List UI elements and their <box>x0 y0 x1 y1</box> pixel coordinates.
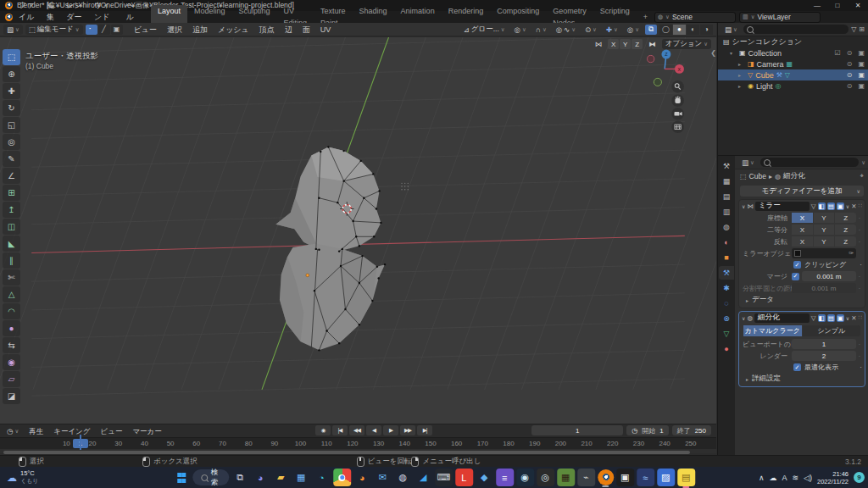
show-viewport-toggle[interactable]: ▤ <box>827 314 835 322</box>
tool-knife[interactable]: ✄ <box>3 269 20 286</box>
properties-search-input[interactable] <box>760 158 859 167</box>
tool-shrink-fatten[interactable]: ◉ <box>3 354 20 370</box>
viewport-menu-item[interactable]: UV <box>315 24 337 36</box>
edge[interactable]: ◔ <box>313 469 331 486</box>
render-visibility-icon[interactable]: ▣ <box>858 60 865 68</box>
record-button[interactable]: ◉ <box>315 425 331 435</box>
axis-toggle[interactable]: Z <box>835 213 856 223</box>
photos[interactable]: ▨ <box>657 469 675 486</box>
tab-constraints[interactable]: ⊗ <box>719 312 734 325</box>
timeline-menu-item[interactable]: マーカー <box>127 425 166 437</box>
tab-world[interactable]: ◐ <box>719 236 734 249</box>
camera-row[interactable]: ▸ ◨ Camera ▦ ⊙ ▣ <box>718 58 868 69</box>
subdivision-type-button[interactable]: カトマルクラーク <box>743 325 802 336</box>
edge-select[interactable]: ╱ <box>98 25 110 35</box>
timeline-editor-type-button[interactable]: ◷ ∨ <box>3 426 22 436</box>
tool-cursor[interactable]: ⊕ <box>3 66 20 82</box>
mesh-cube-object[interactable] <box>275 146 386 351</box>
tab-tool[interactable]: ⚒ <box>719 159 734 173</box>
mirror-axis-button[interactable]: Y <box>620 39 631 49</box>
editor-type-button[interactable]: ▧ ∨ <box>3 25 23 35</box>
axis-toggle[interactable]: X <box>792 213 813 223</box>
chrome[interactable] <box>333 469 351 486</box>
exclude-checkbox[interactable]: ☑ <box>835 49 841 57</box>
viewlayer-selector[interactable]: ▥ ∨ ViewLayer <box>739 12 821 23</box>
weather-widget[interactable]: ☁ 15°C くもり <box>7 469 39 485</box>
shading-wireframe-button[interactable]: ◯ <box>659 25 672 35</box>
steam[interactable]: ◉ <box>516 469 534 486</box>
vscode[interactable]: ◢ <box>415 469 432 486</box>
play-button[interactable]: ▶ <box>383 425 398 435</box>
hide-eye-icon[interactable]: ⊙ <box>847 82 853 90</box>
shading-solid-button[interactable]: ● <box>673 25 686 35</box>
timeline-scrollbar[interactable] <box>3 451 690 454</box>
tool-poly-build[interactable]: △ <box>3 286 20 302</box>
render-visibility-icon[interactable]: ▣ <box>858 82 865 90</box>
minimize-button[interactable]: — <box>807 0 827 11</box>
outliner-display-mode-button[interactable]: ▤ ∨ <box>721 25 741 35</box>
show-viewport-toggle[interactable]: ▤ <box>827 202 835 210</box>
tool-move[interactable]: ✚ <box>3 83 20 99</box>
onedrive[interactable]: ☁ <box>770 474 777 482</box>
purple-app[interactable]: ≡ <box>496 469 514 486</box>
vertex-group-filter-icon[interactable]: ▽ <box>811 202 816 210</box>
show-edit-mode-toggle[interactable]: ◧ <box>818 314 826 322</box>
tool-rotate[interactable]: ↻ <box>3 100 20 116</box>
modifier-name-field[interactable]: ミラー <box>755 202 810 211</box>
add-workspace-button[interactable]: + <box>637 11 654 23</box>
navigation-gizmo[interactable]: Z X <box>648 50 684 86</box>
overlays-dropdown[interactable]: ◎ ∨ <box>624 25 643 35</box>
jump-to-start-button[interactable]: |◀ <box>332 425 348 435</box>
axis-toggle[interactable]: Y <box>814 213 835 223</box>
vertex-select[interactable]: ⠂ <box>86 25 97 35</box>
current-frame-field[interactable]: 1 <box>531 425 623 435</box>
viewport-menu-item[interactable]: ビュー <box>129 24 162 36</box>
show-render-toggle[interactable]: ▣ <box>837 314 844 322</box>
snap-toggle[interactable]: ∩ ∨ <box>532 25 550 35</box>
subdivision-type-button[interactable]: シンプル <box>803 325 861 336</box>
timeline-menu-item[interactable]: 再生 <box>24 425 48 437</box>
tab-view-layer[interactable]: ▥ <box>719 205 734 219</box>
flip-toggle[interactable]: Z <box>835 236 856 247</box>
tab-particles[interactable]: ✱ <box>719 281 734 295</box>
zoom-button[interactable] <box>671 80 684 93</box>
proportional-edit-toggle[interactable]: ◎ ∿ ∨ <box>553 25 579 35</box>
frame-end-field[interactable]: 終了 250 <box>672 425 711 435</box>
delete-modifier-icon[interactable]: ✕ <box>851 202 856 210</box>
tool-measure[interactable]: ∠ <box>3 168 20 184</box>
face-select[interactable]: ▣ <box>111 25 123 35</box>
pan-hand-button[interactable] <box>671 94 684 107</box>
terminal[interactable]: ⌨ <box>435 469 453 486</box>
modifier-name-field[interactable]: 細分化 <box>754 313 810 323</box>
tab-render[interactable]: ▦ <box>719 175 734 188</box>
play-reverse-button[interactable]: ◀ <box>366 425 381 435</box>
delete-modifier-icon[interactable]: ✕ <box>851 314 856 322</box>
tool-rip-region[interactable]: ◪ <box>3 388 20 404</box>
merge-threshold-field[interactable]: 0.001 m <box>802 271 856 281</box>
shading-material-button[interactable]: ◐ <box>687 25 699 35</box>
options-dropdown[interactable]: オプション ∨ <box>662 39 711 49</box>
bisect-toggle[interactable]: Z <box>835 225 856 235</box>
region-toggle-arrow[interactable]: ❮ <box>710 49 716 57</box>
tab-physics[interactable]: ◌ <box>719 297 734 310</box>
notification-badge[interactable]: 9 <box>854 472 865 483</box>
timeline-menu-item[interactable]: ビュー <box>95 425 127 437</box>
optimal-display-checkbox[interactable]: ✓ <box>793 363 801 371</box>
premiere[interactable]: ≈ <box>637 469 654 486</box>
flip-toggle[interactable]: X <box>792 236 813 247</box>
extras-dropdown-icon[interactable]: ∨ <box>846 315 849 321</box>
pin-icon[interactable]: ⌖ <box>860 172 864 180</box>
collapse-icon[interactable]: ∨ <box>742 203 745 209</box>
viewport-menu-item[interactable]: 追加 <box>187 24 213 36</box>
tool-inset-faces[interactable]: ◫ <box>3 219 20 235</box>
show-render-toggle[interactable]: ▣ <box>837 202 844 210</box>
volume[interactable]: ◁) <box>804 474 812 482</box>
pivot-selector[interactable]: ◎ ∨ <box>511 25 530 35</box>
viewport-3d[interactable]: Z X <box>0 37 716 424</box>
mail[interactable]: ✉ <box>374 469 392 486</box>
light-row[interactable]: ▸ ◉ Light ◎ ⊙ ▣ <box>718 80 868 92</box>
hide-eye-icon[interactable]: ⊙ <box>847 49 853 57</box>
render-visibility-icon[interactable]: ▣ <box>858 71 865 79</box>
gizmo-dropdown[interactable]: ✚ ∨ <box>603 25 621 35</box>
capcut[interactable]: ▣ <box>616 469 634 486</box>
